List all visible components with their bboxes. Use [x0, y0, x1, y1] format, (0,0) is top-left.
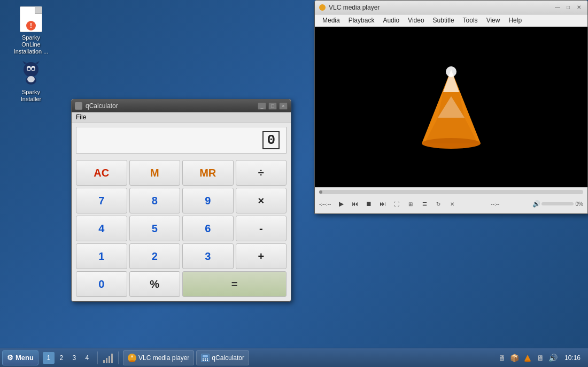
calc-display: 0	[76, 127, 287, 154]
desktop-icon-sparky-online[interactable]: ! Sparky OnLineInstallation ...	[10, 4, 52, 58]
desktop: ! Sparky OnLineInstallation ... Sparky	[0, 0, 588, 348]
vlc-logo-dot	[319, 4, 326, 11]
taskbar-vlc-icon	[128, 354, 136, 362]
vlc-menu-audio[interactable]: Audio	[380, 16, 403, 25]
svg-rect-24	[203, 360, 204, 361]
svg-point-8	[27, 76, 35, 82]
workspace-2[interactable]: 2	[56, 352, 67, 364]
sparky-installer-icon-img	[18, 61, 44, 87]
taskbar-right: 🖥 📦 🖥 🔊 10:16	[497, 353, 586, 363]
vlc-title-left: VLC media player	[319, 4, 380, 11]
calc-minimize-button[interactable]: _	[258, 102, 266, 110]
workspace-3[interactable]: 3	[68, 352, 80, 364]
vlc-video-area	[315, 27, 587, 187]
vlc-volume-slider[interactable]	[541, 202, 574, 205]
svg-marker-27	[524, 355, 531, 361]
vlc-menu-help[interactable]: Help	[505, 16, 525, 25]
desktop-icon-sparky-installer[interactable]: SparkyInstaller	[10, 59, 52, 105]
svg-rect-26	[207, 360, 208, 361]
vlc-close-button[interactable]: ✕	[575, 3, 583, 12]
svg-marker-5	[22, 61, 27, 64]
vlc-extended-button[interactable]: ⊞	[405, 198, 416, 210]
vlc-menu-tools[interactable]: Tools	[460, 16, 481, 25]
vlc-progress-bar[interactable]	[319, 190, 583, 194]
vlc-prev-button[interactable]: ⏮	[349, 198, 361, 210]
vlc-menu-video[interactable]: Video	[405, 16, 427, 25]
workspace-1[interactable]: 1	[43, 352, 55, 364]
calc-btn-2[interactable]: 2	[129, 243, 181, 269]
taskbar-calc-icon	[201, 354, 210, 362]
vlc-random-button[interactable]: ✕	[446, 198, 458, 210]
taskbar-separator-2	[118, 351, 119, 364]
vlc-playlist-button[interactable]: ☰	[419, 198, 430, 210]
calc-btn-percent[interactable]: %	[129, 271, 181, 297]
calc-btn-ac[interactable]: AC	[76, 160, 127, 186]
svg-marker-17	[131, 355, 133, 357]
vlc-titlebar: VLC media player — □ ✕	[315, 1, 587, 14]
svg-point-18	[129, 360, 135, 362]
svg-rect-20	[203, 355, 208, 357]
vlc-menu-media[interactable]: Media	[319, 16, 343, 25]
vlc-volume-label: 0%	[576, 201, 583, 207]
calc-btn-8[interactable]: 8	[129, 188, 181, 213]
tray-icon-monitor[interactable]: 🖥	[497, 353, 507, 363]
tray-icon-cone[interactable]	[523, 353, 532, 363]
svg-point-28	[524, 360, 531, 362]
taskbar-clock: 10:16	[561, 353, 584, 363]
vlc-window: VLC media player — □ ✕ Media Playback Au…	[314, 0, 588, 214]
vlc-menu-playback[interactable]: Playback	[345, 16, 378, 25]
calc-maximize-button[interactable]: □	[268, 102, 277, 110]
taskbar-menu-button[interactable]: ⚙ Menu	[2, 350, 38, 365]
network-status-icon[interactable]	[103, 353, 114, 363]
calc-btn-equals[interactable]: =	[182, 271, 287, 297]
menu-label: Menu	[16, 354, 34, 362]
vlc-stop-button[interactable]: ⏹	[363, 198, 375, 210]
calc-btn-0[interactable]: 0	[76, 271, 127, 297]
calc-btn-plus[interactable]: +	[236, 243, 287, 269]
vlc-menubar: Media Playback Audio Video Subtitle Tool…	[315, 14, 587, 27]
taskbar-calc-label: qCalculator	[212, 354, 244, 362]
vlc-menu-view[interactable]: View	[483, 16, 504, 25]
svg-point-4	[32, 68, 35, 71]
warning-badge: !	[26, 21, 36, 30]
calc-btn-5[interactable]: 5	[129, 216, 181, 241]
calc-menu-file[interactable]: File	[76, 113, 86, 121]
calc-btn-1[interactable]: 1	[76, 243, 127, 269]
taskbar-vlc-label: VLC media player	[138, 354, 189, 362]
tray-icon-volume[interactable]: 🔊	[548, 353, 558, 363]
vlc-next-button[interactable]: ⏭	[377, 198, 389, 210]
vlc-minimize-button[interactable]: —	[553, 3, 562, 12]
tray-icon-display[interactable]: 🖥	[536, 353, 545, 363]
taskbar-calc-button[interactable]: qCalculator	[196, 350, 249, 365]
vlc-menu-subtitle[interactable]: Subtitle	[430, 16, 458, 25]
taskbar-network-icon-area	[103, 353, 114, 363]
vlc-loop-button[interactable]: ↻	[432, 198, 444, 210]
calc-btn-9[interactable]: 9	[182, 188, 234, 213]
vlc-fullscreen-button[interactable]: ⛶	[391, 198, 403, 210]
calc-btn-7[interactable]: 7	[76, 188, 127, 213]
vlc-time-elapsed: -:--:--	[319, 201, 331, 207]
calc-btn-m[interactable]: M	[129, 160, 181, 186]
tray-icon-package[interactable]: 📦	[510, 353, 520, 363]
vlc-maximize-button[interactable]: □	[564, 3, 572, 12]
vlc-play-button[interactable]: ▶	[335, 198, 347, 210]
vlc-titlebar-btns: — □ ✕	[553, 3, 583, 12]
vlc-volume-area: 🔊 0%	[532, 200, 583, 208]
svg-rect-22	[205, 358, 206, 360]
workspace-4[interactable]: 4	[81, 352, 93, 364]
calc-btn-4[interactable]: 4	[76, 216, 127, 241]
taskbar-vlc-button[interactable]: VLC media player	[123, 350, 194, 365]
svg-marker-6	[35, 61, 40, 64]
svg-point-13	[446, 66, 457, 77]
calculator-window: qCalculator _ □ × File 0 AC M MR ÷ 7 8 9…	[71, 99, 291, 302]
calc-btn-6[interactable]: 6	[182, 216, 234, 241]
calc-btn-3[interactable]: 3	[182, 243, 234, 269]
calc-btn-minus[interactable]: -	[236, 216, 287, 241]
calc-btn-mr[interactable]: MR	[182, 160, 234, 186]
calc-btn-divide[interactable]: ÷	[236, 160, 287, 186]
taskbar-separator-1	[97, 351, 98, 364]
calc-btn-multiply[interactable]: ×	[236, 188, 287, 213]
calc-close-button[interactable]: ×	[279, 102, 288, 110]
vlc-volume-icon: 🔊	[532, 200, 540, 208]
vlc-time-total: --:--	[491, 201, 499, 207]
